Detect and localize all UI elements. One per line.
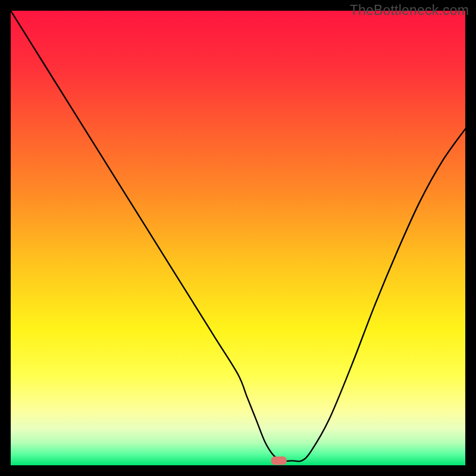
watermark-text: TheBottleneck.com xyxy=(350,2,469,18)
chart-background xyxy=(11,11,465,465)
plot-area xyxy=(11,11,465,465)
optimal-marker xyxy=(271,456,287,465)
chart-svg xyxy=(11,11,465,465)
chart-frame: TheBottleneck.com xyxy=(0,0,476,476)
